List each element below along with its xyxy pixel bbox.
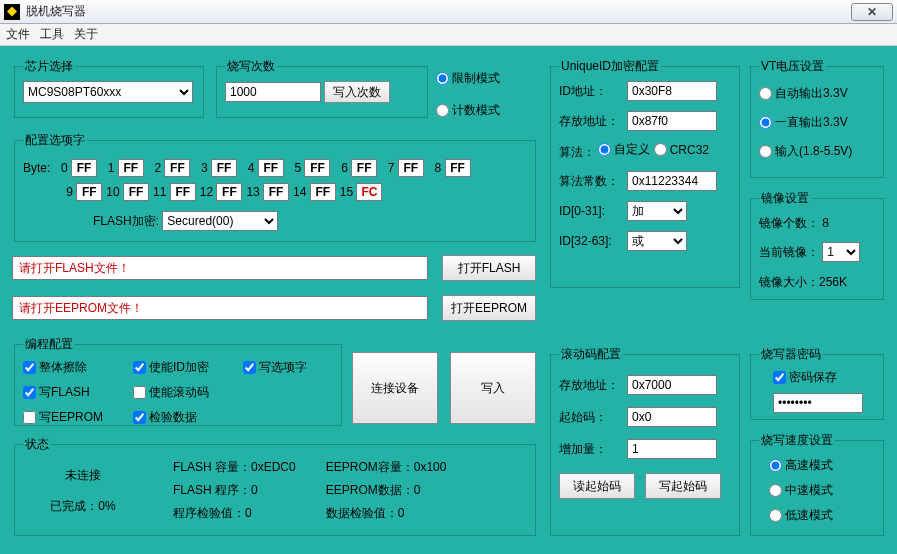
- speed-legend: 烧写速度设置: [759, 432, 835, 449]
- eeprom-chk: 数据检验值：0: [326, 505, 447, 522]
- chip-select[interactable]: MC9S08PT60xxx: [23, 81, 193, 103]
- checkdata-checkbox[interactable]: 检验数据: [133, 409, 243, 426]
- window: 脱机烧写器 ✕ 文件 工具 关于 芯片选择 MC9S08PT60xxx 烧写次数…: [0, 0, 897, 554]
- menu-file[interactable]: 文件: [6, 26, 30, 43]
- vt-input-radio[interactable]: 输入(1.8-5.5V): [759, 143, 875, 160]
- count-mode-radio[interactable]: 计数模式: [436, 102, 500, 119]
- writeflash-checkbox[interactable]: 写FLASH: [23, 384, 133, 401]
- speed-group: 烧写速度设置 高速模式 中速模式 低速模式: [750, 432, 884, 536]
- byte-14[interactable]: [310, 183, 336, 201]
- eeprom-data: EEPROM数据：0: [326, 482, 447, 499]
- app-icon: [4, 4, 20, 20]
- menu-about[interactable]: 关于: [74, 26, 98, 43]
- roll-inc-label: 增加量：: [559, 441, 627, 458]
- erase-checkbox[interactable]: 整体擦除: [23, 359, 133, 376]
- mirror-size-label: 镜像大小：256K: [759, 275, 847, 289]
- eeprom-cap: EEPROM容量：0x100: [326, 459, 447, 476]
- speed-hi-radio[interactable]: 高速模式: [769, 457, 875, 474]
- roll-start-input[interactable]: [627, 407, 717, 427]
- speed-mid-radio[interactable]: 中速模式: [769, 482, 875, 499]
- byte-8[interactable]: [445, 159, 471, 177]
- byte-7[interactable]: [398, 159, 424, 177]
- write-button[interactable]: 写入: [450, 352, 536, 424]
- burn-count-group: 烧写次数 写入次数: [216, 58, 428, 118]
- byte-3[interactable]: [211, 159, 237, 177]
- prog-config-group: 编程配置 整体擦除 使能ID加密 写选项字 写FLASH 使能滚动码 写EEPR…: [14, 336, 342, 426]
- flash-file-status: 请打开FLASH文件！: [12, 256, 428, 280]
- write-startcode-button[interactable]: 写起始码: [645, 473, 721, 499]
- mirror-legend: 镜像设置: [759, 190, 811, 207]
- algo-custom-radio[interactable]: 自定义: [598, 141, 650, 158]
- optwrite-checkbox[interactable]: 写选项字: [243, 359, 333, 376]
- byte-12[interactable]: [216, 183, 242, 201]
- read-startcode-button[interactable]: 读起始码: [559, 473, 635, 499]
- aconst-input[interactable]: [627, 171, 717, 191]
- menu-tool[interactable]: 工具: [40, 26, 64, 43]
- roll-start-label: 起始码：: [559, 409, 627, 426]
- burn-mode-radios: 限制模式 计数模式: [436, 70, 500, 120]
- mirror-cnt-label: 镜像个数：: [759, 216, 819, 230]
- vt-auto-radio[interactable]: 自动输出3.3V: [759, 85, 875, 102]
- roll-inc-input[interactable]: [627, 439, 717, 459]
- write-count-button[interactable]: 写入次数: [324, 81, 390, 103]
- flash-prog: FLASH 程序：0: [173, 482, 296, 499]
- id0-select[interactable]: 加: [627, 201, 687, 221]
- rolling-code-group: 滚动码配置 存放地址： 起始码： 增加量： 读起始码 写起始码: [550, 346, 740, 536]
- burn-legend: 烧写次数: [225, 58, 277, 75]
- mirror-cur-label: 当前镜像：: [759, 245, 819, 259]
- limit-mode-radio[interactable]: 限制模式: [436, 70, 500, 87]
- roll-saddr-input[interactable]: [627, 375, 717, 395]
- byte-9[interactable]: [76, 183, 102, 201]
- vt-group: VT电压设置 自动输出3.3V 一直输出3.3V 输入(1.8-5.5V): [750, 58, 884, 178]
- byte-13[interactable]: [263, 183, 289, 201]
- byte-11[interactable]: [170, 183, 196, 201]
- id32-select[interactable]: 或: [627, 231, 687, 251]
- config-legend: 配置选项字: [23, 132, 87, 149]
- flash-enc-label: FLASH加密:: [93, 214, 159, 228]
- eeprom-file-status: 请打开EEPROM文件！: [12, 296, 428, 320]
- uid-legend: UniqueID加密配置: [559, 58, 661, 75]
- byte-1[interactable]: [118, 159, 144, 177]
- algo-crc-radio[interactable]: CRC32: [654, 143, 709, 157]
- window-title: 脱机烧写器: [26, 3, 851, 20]
- idenc-checkbox[interactable]: 使能ID加密: [133, 359, 243, 376]
- aconst-label: 算法常数：: [559, 173, 627, 190]
- byte-6[interactable]: [351, 159, 377, 177]
- rollenable-checkbox[interactable]: 使能滚动码: [133, 384, 243, 401]
- open-eeprom-button[interactable]: 打开EEPROM: [442, 295, 536, 321]
- speed-lo-radio[interactable]: 低速模式: [769, 507, 875, 524]
- saddr-input[interactable]: [627, 111, 717, 131]
- byte-15[interactable]: [356, 183, 382, 201]
- id32-label: ID[32-63]:: [559, 234, 627, 248]
- vt-always-radio[interactable]: 一直输出3.3V: [759, 114, 875, 131]
- close-button[interactable]: ✕: [851, 3, 893, 21]
- byte-row-1: 9 10 11 12 13 14 15: [23, 183, 527, 201]
- writeeeprom-checkbox[interactable]: 写EEPROM: [23, 409, 133, 426]
- titlebar: 脱机烧写器 ✕: [0, 0, 897, 24]
- byte-2[interactable]: [164, 159, 190, 177]
- byte-5[interactable]: [304, 159, 330, 177]
- flash-enc-select[interactable]: Secured(00): [162, 211, 278, 231]
- idaddr-label: ID地址：: [559, 83, 627, 100]
- status-group: 状态 未连接 已完成：0% FLASH 容量：0xEDC0 FLASH 程序：0…: [14, 436, 536, 536]
- mirror-cur-select[interactable]: 1: [822, 242, 860, 262]
- byte-0[interactable]: [71, 159, 97, 177]
- byte-4[interactable]: [258, 159, 284, 177]
- done-label: 已完成：0%: [23, 498, 143, 515]
- status-legend: 状态: [23, 436, 51, 453]
- mirror-cnt-val: 8: [822, 216, 829, 230]
- pwd-save-checkbox[interactable]: 密码保存: [773, 369, 837, 386]
- idaddr-input[interactable]: [627, 81, 717, 101]
- pwd-legend: 烧写器密码: [759, 346, 823, 363]
- open-flash-button[interactable]: 打开FLASH: [442, 255, 536, 281]
- password-group: 烧写器密码 密码保存: [750, 346, 884, 420]
- vt-legend: VT电压设置: [759, 58, 826, 75]
- pwd-input[interactable]: [773, 393, 863, 413]
- burn-count-input[interactable]: [225, 82, 321, 102]
- byte-10[interactable]: [123, 183, 149, 201]
- chip-legend: 芯片选择: [23, 58, 75, 75]
- prog-legend: 编程配置: [23, 336, 75, 353]
- connect-button[interactable]: 连接设备: [352, 352, 438, 424]
- not-connected-label: 未连接: [23, 467, 143, 484]
- chip-select-group: 芯片选择 MC9S08PT60xxx: [14, 58, 204, 118]
